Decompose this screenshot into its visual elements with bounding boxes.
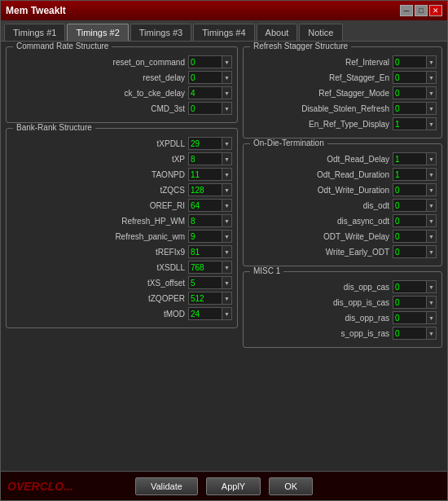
title-bar: Mem TweakIt ─ □ ✕ — [1, 1, 447, 20]
input-oref-ri[interactable] — [188, 199, 222, 212]
refresh-stagger-group: Refresh Stagger Structure Ref_Interval ▼… — [243, 46, 442, 138]
footer: OVERCLO... Validate ApplY OK — [1, 471, 447, 500]
dropdown-txsdll[interactable]: ▼ — [222, 261, 232, 274]
dropdown-odt-read-duration[interactable]: ▼ — [427, 168, 437, 181]
dropdown-reset-on-command[interactable]: ▼ — [222, 55, 232, 68]
dropdown-oref-ri[interactable]: ▼ — [222, 199, 232, 212]
dropdown-write-early-odt[interactable]: ▼ — [427, 245, 437, 258]
dropdown-tmod[interactable]: ▼ — [222, 307, 232, 320]
dropdown-dis-async-odt[interactable]: ▼ — [427, 214, 437, 227]
field-dis-odt: dis_odt ▼ — [248, 199, 437, 212]
ok-button[interactable]: OK — [269, 477, 313, 495]
input-trefIx9[interactable] — [188, 245, 222, 258]
dropdown-txp[interactable]: ▼ — [222, 152, 232, 165]
input-dis-opp-ras[interactable] — [393, 311, 427, 324]
input-en-ref-type-display[interactable] — [393, 117, 427, 130]
input-dis-async-odt[interactable] — [393, 214, 427, 227]
dropdown-refresh-hp-wm[interactable]: ▼ — [222, 214, 232, 227]
dropdown-disable-stolen-refresh[interactable]: ▼ — [427, 102, 437, 115]
apply-button[interactable]: ApplY — [206, 477, 261, 495]
input-txp[interactable] — [188, 152, 222, 165]
field-refresh-hp-wm: Refresh_HP_WM ▼ — [11, 214, 232, 227]
input-txsdll[interactable] — [188, 261, 222, 274]
misc1-group: MISC 1 dis_opp_cas ▼ dis_opp_is_cas ▼ di… — [243, 271, 442, 348]
misc1-label: MISC 1 — [250, 266, 283, 275]
dropdown-odt-write-duration[interactable]: ▼ — [427, 183, 437, 196]
field-dis-opp-cas: dis_opp_cas ▼ — [248, 280, 437, 293]
bank-rank-label: Bank-Rank Structure — [13, 123, 95, 132]
dropdown-trefIx9[interactable]: ▼ — [222, 245, 232, 258]
dropdown-en-ref-type-display[interactable]: ▼ — [427, 117, 437, 130]
dropdown-refresh-panic-wm[interactable]: ▼ — [222, 230, 232, 243]
dropdown-dis-opp-ras[interactable]: ▼ — [427, 311, 437, 324]
dropdown-tzqcs[interactable]: ▼ — [222, 183, 232, 196]
input-ref-stagger-en[interactable] — [393, 71, 427, 84]
input-tmod[interactable] — [188, 307, 222, 320]
tab-about[interactable]: About — [257, 24, 298, 41]
input-tzqoper[interactable] — [188, 292, 222, 305]
command-rate-group: Command Rate Structure reset_on_command … — [6, 46, 238, 123]
dropdown-txpdll[interactable]: ▼ — [222, 137, 232, 150]
field-reset-on-command: reset_on_command ▼ — [11, 55, 232, 68]
input-txs-offset[interactable] — [188, 276, 222, 289]
validate-button[interactable]: Validate — [135, 477, 198, 495]
dropdown-taonpd[interactable]: ▼ — [222, 168, 232, 181]
restore-button[interactable]: □ — [415, 5, 428, 16]
dropdown-s-opp-is-ras[interactable]: ▼ — [427, 327, 437, 340]
dropdown-odt-write-delay[interactable]: ▼ — [427, 230, 437, 243]
on-die-termination-group: On-Die-Termination Odt_Read_Delay ▼ Odt_… — [243, 143, 442, 266]
tab-timings3[interactable]: Timings #3 — [130, 24, 191, 41]
input-odt-write-delay[interactable] — [393, 230, 427, 243]
input-reset-delay[interactable] — [188, 71, 222, 84]
input-refresh-hp-wm[interactable] — [188, 214, 222, 227]
input-odt-read-duration[interactable] — [393, 168, 427, 181]
dropdown-tzqoper[interactable]: ▼ — [222, 292, 232, 305]
input-ck-to-cke-delay[interactable] — [188, 86, 222, 99]
field-dis-opp-ras: dis_opp_ras ▼ — [248, 311, 437, 324]
dropdown-dis-odt[interactable]: ▼ — [427, 199, 437, 212]
dropdown-ref-stagger-mode[interactable]: ▼ — [427, 86, 437, 99]
field-en-ref-type-display: En_Ref_Type_Display ▼ — [248, 117, 437, 130]
input-txpdll[interactable] — [188, 137, 222, 150]
close-button[interactable]: ✕ — [429, 5, 442, 16]
input-s-opp-is-ras[interactable] — [393, 327, 427, 340]
field-write-early-odt: Write_Early_ODT ▼ — [248, 245, 437, 258]
input-refresh-panic-wm[interactable] — [188, 230, 222, 243]
input-ref-stagger-mode[interactable] — [393, 86, 427, 99]
input-odt-read-delay[interactable] — [393, 152, 427, 165]
right-column: Refresh Stagger Structure Ref_Interval ▼… — [243, 46, 442, 466]
dropdown-odt-read-delay[interactable]: ▼ — [427, 152, 437, 165]
input-write-early-odt[interactable] — [393, 245, 427, 258]
field-trefIx9: tREFIx9 ▼ — [11, 245, 232, 258]
input-disable-stolen-refresh[interactable] — [393, 102, 427, 115]
field-reset-delay: reset_delay ▼ — [11, 71, 232, 84]
input-odt-write-duration[interactable] — [393, 183, 427, 196]
input-reset-on-command[interactable] — [188, 55, 222, 68]
tab-timings2[interactable]: Timings #2 — [67, 24, 128, 41]
dropdown-ref-interval[interactable]: ▼ — [427, 55, 437, 68]
tab-timings1[interactable]: Timings #1 — [4, 24, 65, 41]
input-ref-interval[interactable] — [393, 55, 427, 68]
tab-timings4[interactable]: Timings #4 — [193, 24, 254, 41]
dropdown-dis-opp-cas[interactable]: ▼ — [427, 280, 437, 293]
refresh-stagger-label: Refresh Stagger Structure — [250, 42, 351, 51]
field-ck-to-cke-delay: ck_to_cke_delay ▼ — [11, 86, 232, 99]
input-taonpd[interactable] — [188, 168, 222, 181]
input-cmd-3st[interactable] — [188, 102, 222, 115]
dropdown-ref-stagger-en[interactable]: ▼ — [427, 71, 437, 84]
minimize-button[interactable]: ─ — [400, 5, 413, 16]
dropdown-reset-delay[interactable]: ▼ — [222, 71, 232, 84]
input-dis-opp-cas[interactable] — [393, 280, 427, 293]
tab-notice[interactable]: Notice — [299, 24, 342, 41]
dropdown-dis-opp-is-cas[interactable]: ▼ — [427, 296, 437, 309]
dropdown-cmd-3st[interactable]: ▼ — [222, 102, 232, 115]
field-dis-opp-is-cas: dis_opp_is_cas ▼ — [248, 296, 437, 309]
input-tzqcs[interactable] — [188, 183, 222, 196]
input-dis-odt[interactable] — [393, 199, 427, 212]
tab-bar: Timings #1 Timings #2 Timings #3 Timings… — [1, 20, 447, 42]
dropdown-txs-offset[interactable]: ▼ — [222, 276, 232, 289]
dropdown-ck-to-cke-delay[interactable]: ▼ — [222, 86, 232, 99]
field-txs-offset: tXS_offset ▼ — [11, 276, 232, 289]
input-dis-opp-is-cas[interactable] — [393, 296, 427, 309]
field-s-opp-is-ras: s_opp_is_ras ▼ — [248, 327, 437, 340]
